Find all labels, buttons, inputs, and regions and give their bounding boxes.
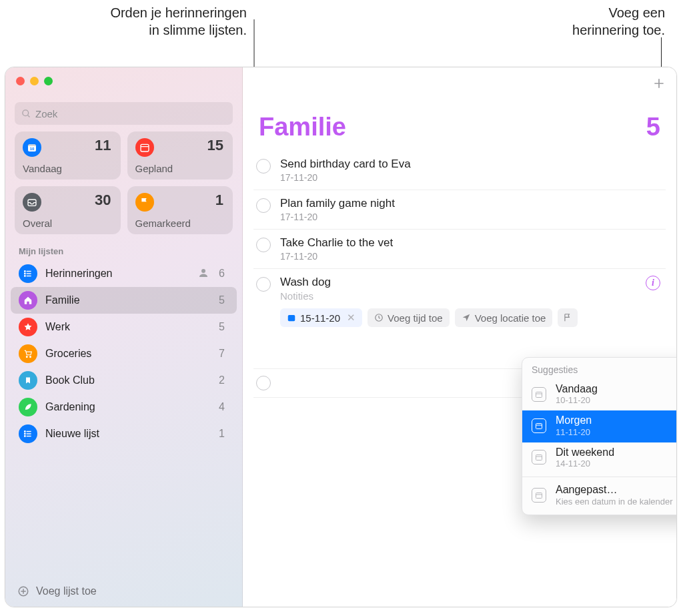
suggestion-sub: Kies een datum in de kalender [556, 497, 673, 507]
svg-rect-28 [288, 315, 295, 321]
smart-list-flagged[interactable]: 1 Gemarkeerd [127, 186, 233, 234]
suggestion-label: Aangepast… [556, 484, 673, 496]
svg-text:10: 10 [30, 147, 35, 151]
location-icon [462, 313, 471, 322]
sidebar-item-reminders[interactable]: Herinneringen 6 [11, 260, 237, 287]
flag-chip[interactable] [558, 308, 578, 327]
smart-list-today[interactable]: 10 11 Vandaag [15, 131, 121, 180]
suggestion-date: 10-11-20 [556, 395, 598, 405]
sidebar-item-nieuwe-lijst[interactable]: Nieuwe lijst 1 [11, 420, 237, 447]
list-container: Herinneringen 6 Familie 5 Werk 5 Groceri… [5, 260, 242, 447]
plus-icon [652, 77, 666, 90]
window-controls [5, 67, 242, 93]
smart-label: Overal [23, 218, 52, 229]
smart-count: 15 [207, 137, 223, 154]
notes-placeholder[interactable]: Notities [280, 290, 636, 302]
sidebar-item-gardening[interactable]: Gardening 4 [11, 394, 237, 420]
list-count: 7 [219, 348, 229, 360]
suggestion-date: 11-11-20 [556, 427, 592, 437]
location-chip-label: Voeg locatie toe [475, 312, 546, 324]
app-window: Zoek 10 11 Vandaag 15 Gepland [5, 67, 677, 607]
suggestion-label: Dit weekend [556, 446, 614, 458]
minimize-window-button[interactable] [30, 77, 39, 85]
smart-label: Vandaag [23, 163, 62, 174]
list-count: 1 [219, 428, 229, 440]
time-chip[interactable]: Voeg tijd toe [368, 308, 450, 327]
calendar-icon [287, 313, 296, 322]
svg-point-22 [25, 436, 25, 436]
list-name: Nieuwe lijst [45, 428, 211, 440]
clock-icon [374, 313, 384, 322]
plus-circle-icon [17, 585, 29, 597]
add-list-button[interactable]: Voeg lijst toe [5, 576, 242, 607]
sidebar-item-groceries[interactable]: Groceries 7 [11, 340, 237, 367]
reminder-title: Take Charlie to the vet [280, 236, 660, 250]
date-chip-value: 15-11-20 [300, 312, 340, 324]
complete-toggle[interactable] [256, 277, 271, 292]
complete-toggle[interactable] [256, 159, 271, 174]
complete-toggle[interactable] [256, 238, 271, 252]
list-bullet-icon [19, 264, 37, 283]
list-name: Gardening [45, 401, 211, 413]
flag-icon [135, 193, 154, 212]
list-name: Herinneringen [45, 268, 189, 280]
reminder-title: Send birthday card to Eva [280, 158, 660, 171]
calendar-icon [532, 450, 546, 465]
date-suggestions-popover: Suggesties Vandaag 10-11-20 Morgen 11-11… [522, 357, 677, 515]
reminder-title[interactable]: Wash dog [280, 276, 636, 289]
svg-rect-30 [536, 392, 542, 397]
reminder-row-editing[interactable]: Wash dog Notities 15-11-20 ✕ Voeg tijd t… [253, 269, 666, 334]
complete-toggle[interactable] [256, 376, 271, 390]
add-list-label: Voeg lijst toe [36, 585, 97, 597]
reminder-row[interactable]: Send birthday card to Eva 17-11-20 [253, 151, 666, 190]
reminder-row[interactable]: Plan family game night 17-11-20 [253, 190, 666, 230]
list-name: Book Club [45, 374, 211, 386]
reminder-row[interactable]: Take Charlie to the vet 17-11-20 [253, 230, 666, 269]
list-bullet-icon [19, 424, 37, 443]
calendar-icon [532, 488, 546, 503]
location-chip[interactable]: Voeg locatie toe [455, 308, 553, 327]
search-placeholder: Zoek [35, 108, 57, 119]
svg-point-11 [25, 271, 25, 272]
svg-point-21 [25, 433, 25, 434]
suggestion-label: Morgen [556, 414, 592, 426]
smart-list-all[interactable]: 30 Overal [15, 186, 121, 234]
shared-icon [197, 267, 209, 281]
calendar-icon: 10 [23, 138, 41, 157]
list-total-count: 5 [646, 113, 660, 141]
svg-rect-3 [28, 144, 36, 146]
smart-label: Gepland [135, 163, 173, 174]
svg-point-15 [26, 356, 27, 358]
info-button[interactable]: i [646, 276, 660, 290]
reminder-date: 17-11-20 [280, 212, 660, 222]
clear-date-icon[interactable]: ✕ [347, 312, 356, 324]
sidebar-item-werk[interactable]: Werk 5 [11, 314, 237, 340]
svg-line-1 [27, 115, 29, 117]
smart-list-scheduled[interactable]: 15 Gepland [127, 131, 233, 180]
add-reminder-button[interactable] [652, 77, 666, 92]
svg-point-13 [25, 276, 25, 276]
fullscreen-window-button[interactable] [44, 77, 53, 85]
search-input[interactable]: Zoek [15, 102, 233, 125]
reminder-date: 17-11-20 [280, 172, 660, 183]
close-window-button[interactable] [16, 77, 25, 85]
svg-rect-32 [536, 424, 542, 429]
sidebar-item-familie[interactable]: Familie 5 [11, 287, 237, 314]
suggestion-date: 14-11-20 [556, 458, 614, 469]
list-name: Werk [45, 321, 211, 333]
complete-toggle[interactable] [256, 198, 271, 213]
suggestion-this-weekend[interactable]: Dit weekend 14-11-20 [522, 442, 677, 474]
date-chip[interactable]: 15-11-20 ✕ [280, 308, 362, 327]
suggestion-tomorrow[interactable]: Morgen 11-11-20 [522, 410, 677, 442]
bookmark-icon [19, 371, 37, 390]
sidebar-item-bookclub[interactable]: Book Club 2 [11, 367, 237, 394]
svg-rect-5 [141, 144, 149, 151]
suggestion-today[interactable]: Vandaag 10-11-20 [522, 379, 677, 410]
list-count: 6 [219, 268, 229, 280]
smart-label: Gemarkeerd [135, 218, 191, 229]
list-count: 5 [219, 294, 229, 306]
list-title: Familie [259, 113, 346, 141]
smart-count: 1 [215, 192, 223, 209]
my-lists-header: Mijn lijsten [5, 234, 242, 260]
suggestion-custom[interactable]: Aangepast… Kies een datum in de kalender [522, 480, 677, 514]
